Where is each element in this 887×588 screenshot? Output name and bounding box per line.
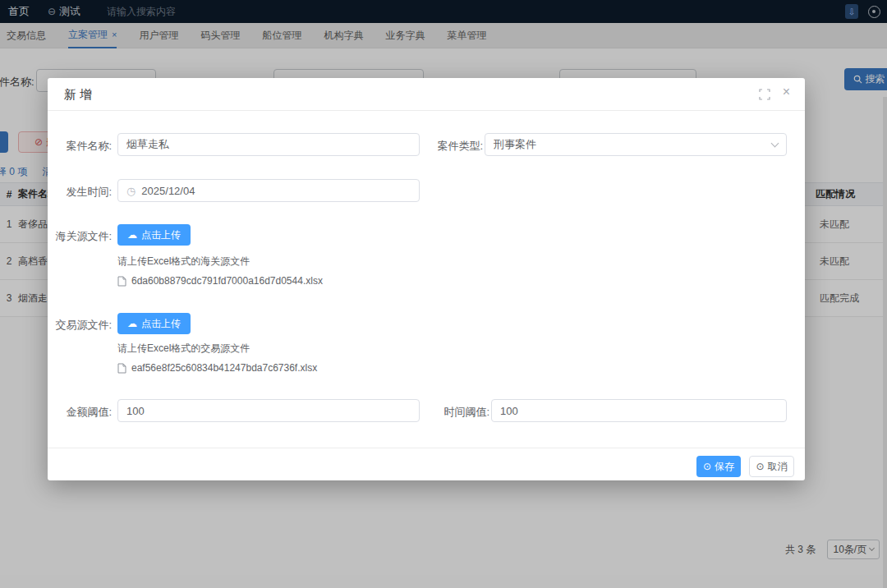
footer-divider — [48, 448, 805, 448]
case-type-value: 刑事案件 — [494, 137, 536, 152]
save-button[interactable]: ⊙ 保存 — [696, 456, 741, 477]
customs-upload-button[interactable]: ☁ 点击上传 — [117, 224, 191, 246]
document-icon — [117, 363, 126, 374]
trade-upload-hint: 请上传Excel格式的交易源文件 — [117, 342, 250, 356]
customs-file-name: 6da60b8879cdc791fd7000a16d7d0544.xlsx — [131, 275, 323, 287]
trade-upload-button[interactable]: ☁ 点击上传 — [117, 313, 191, 334]
trade-file-label: 交易源文件: — [48, 318, 112, 333]
trade-file-item[interactable]: eaf56e8f25c60834b41247bda7c6736f.xlsx — [117, 362, 317, 374]
add-case-dialog: 新 增 × 案件名称: 案件类型: 刑事案件 发生时间: ◷ 2025/12/0… — [48, 78, 805, 480]
document-icon — [117, 276, 126, 287]
cancel-button[interactable]: ⊙ 取消 — [749, 456, 794, 477]
trade-file-name: eaf56e8f25c60834b41247bda7c6736f.xlsx — [131, 362, 317, 374]
cloud-upload-icon: ☁ — [127, 229, 137, 241]
close-circle-icon: ⊙ — [756, 461, 764, 472]
save-button-label: 保存 — [715, 460, 734, 474]
cloud-upload-icon: ☁ — [127, 318, 137, 329]
customs-file-label: 海关源文件: — [48, 229, 112, 244]
clock-icon: ◷ — [126, 185, 136, 197]
occur-time-datepicker[interactable]: ◷ 2025/12/04 — [117, 179, 420, 202]
chevron-down-icon — [771, 139, 779, 147]
cancel-button-label: 取消 — [768, 460, 788, 474]
case-name-label: 案件名称: — [54, 139, 112, 154]
occur-time-value: 2025/12/04 — [141, 185, 195, 197]
fullscreen-icon[interactable] — [759, 89, 770, 100]
case-type-label: 案件类型: — [378, 139, 483, 154]
trade-upload-label: 点击上传 — [141, 317, 181, 331]
customs-upload-hint: 请上传Excel格式的海关源文件 — [117, 255, 250, 269]
close-icon[interactable]: × — [783, 85, 790, 99]
customs-upload-label: 点击上传 — [141, 228, 181, 242]
amount-threshold-input[interactable] — [117, 399, 420, 422]
check-circle-icon: ⊙ — [703, 461, 711, 472]
case-name-input[interactable] — [117, 133, 420, 156]
app-window: 首页 ⊖ 测试 ⇩ 交易信息 立案管理 × 用户管理 码头管理 船位管理 机构字… — [0, 0, 887, 588]
dialog-header: 新 增 × — [48, 78, 805, 111]
amount-threshold-label: 金额阈值: — [54, 405, 112, 420]
customs-file-item[interactable]: 6da60b8879cdc791fd7000a16d7d0544.xlsx — [117, 275, 323, 287]
dialog-title: 新 增 — [64, 87, 92, 103]
time-threshold-label: 时间阈值: — [384, 405, 489, 420]
case-type-select[interactable]: 刑事案件 — [485, 133, 787, 156]
time-threshold-input[interactable] — [491, 399, 787, 422]
occur-time-label: 发生时间: — [54, 185, 112, 200]
